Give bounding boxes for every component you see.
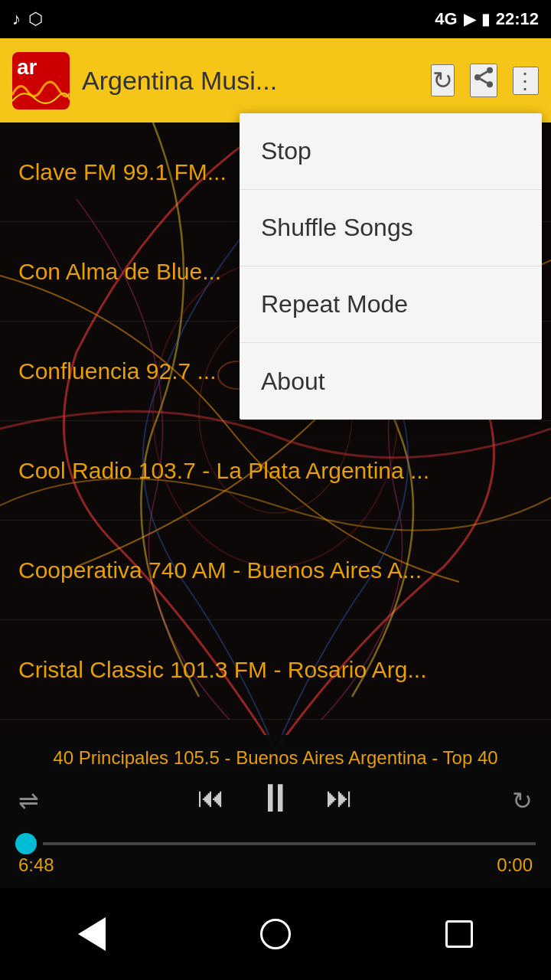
next-button[interactable]: ⏭ [326, 782, 354, 814]
time-elapsed: 6:48 [18, 854, 54, 876]
repeat-icon: ↻ [512, 786, 533, 815]
signal-icon: ▶ [464, 10, 475, 28]
home-button[interactable] [245, 903, 306, 965]
dropdown-menu: Stop Shuffle Songs Repeat Mode About [240, 113, 542, 420]
menu-item-label: Repeat Mode [261, 290, 408, 318]
battery-icon: ▮ [481, 10, 490, 28]
menu-item-about[interactable]: About [240, 343, 542, 420]
previous-button[interactable]: ⏮ [197, 782, 225, 814]
progress-row [12, 833, 539, 854]
radio-name: Con Alma de Blue... [18, 259, 221, 285]
radio-name: Cooperativa 740 AM - Buenos Aires A... [18, 557, 422, 583]
progress-track[interactable] [43, 842, 536, 845]
music-notification-icon: ♪ [12, 9, 21, 29]
svg-point-1 [474, 74, 481, 80]
app-toolbar: ar Argentina Musi... ↻ ⋮ [0, 38, 551, 122]
menu-item-label: About [261, 368, 325, 396]
android-icon: ⬡ [28, 9, 43, 29]
list-item[interactable]: Cool Radio 103.7 - La Plata Argentina ..… [0, 421, 551, 521]
svg-line-3 [480, 79, 487, 83]
network-indicator: 4G [435, 9, 457, 29]
progress-indicator[interactable] [15, 833, 37, 854]
radio-name: Clave FM 99.1 FM... [18, 159, 227, 185]
radio-name: Cristal Classic 101.3 FM - Rosario Arg..… [18, 657, 426, 683]
player-bar: 40 Principales 105.5 - Buenos Aires Arge… [0, 735, 551, 888]
menu-item-label: Shuffle Songs [261, 214, 413, 242]
svg-point-2 [487, 81, 493, 87]
menu-item-stop[interactable]: Stop [240, 113, 542, 190]
svg-line-4 [480, 72, 487, 76]
more-options-button[interactable]: ⋮ [513, 67, 539, 95]
back-button[interactable] [61, 903, 122, 965]
navigation-bar [0, 888, 551, 980]
time-row: 6:48 0:00 [12, 854, 539, 876]
logo-waves-svg [12, 72, 70, 106]
list-item[interactable]: Cristal Classic 101.3 FM - Rosario Arg..… [0, 620, 551, 720]
status-bar: ♪ ⬡ 4G ▶ ▮ 22:12 [0, 0, 551, 38]
app-title: Argentina Musi... [82, 66, 431, 96]
now-playing-text: 40 Principales 105.5 - Buenos Aires Arge… [12, 747, 539, 769]
share-button[interactable] [470, 64, 497, 97]
recent-apps-button[interactable] [429, 903, 490, 965]
pause-button[interactable]: ⏸ [256, 775, 295, 821]
svg-point-0 [487, 67, 493, 74]
menu-item-shuffle-songs[interactable]: Shuffle Songs [240, 190, 542, 266]
shuffle-icon: ⇌ [18, 786, 39, 815]
list-item[interactable]: Cooperativa 740 AM - Buenos Aires A... [0, 521, 551, 620]
toolbar-actions: ↻ ⋮ [431, 64, 539, 97]
menu-item-repeat-mode[interactable]: Repeat Mode [240, 266, 542, 343]
refresh-button[interactable]: ↻ [431, 64, 455, 96]
player-controls: ⏮ ⏸ ⏭ [197, 775, 354, 821]
time-remaining: 0:00 [497, 854, 533, 876]
menu-item-label: Stop [261, 137, 311, 165]
clock: 22:12 [496, 9, 539, 29]
radio-name: Cool Radio 103.7 - La Plata Argentina ..… [18, 458, 429, 484]
app-logo: ar [12, 52, 70, 109]
radio-name: Confluencia 92.7 ... [18, 358, 217, 384]
